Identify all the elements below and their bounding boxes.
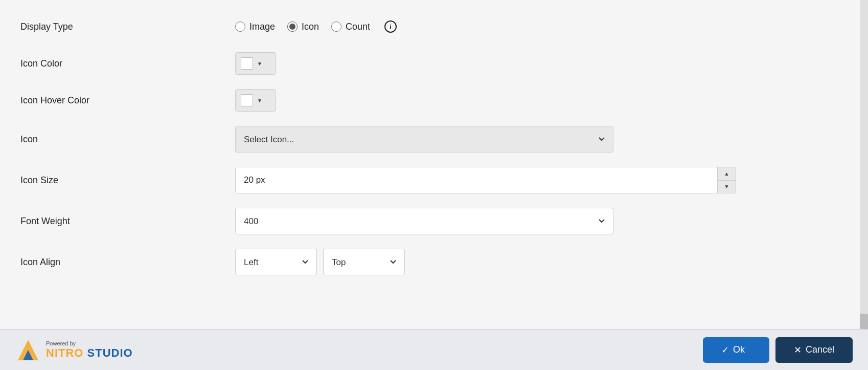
display-type-label: Display Type (20, 21, 235, 32)
icon-size-control: ▲ ▼ (235, 167, 848, 193)
ok-button[interactable]: ✓ Ok (703, 337, 769, 363)
radio-count[interactable]: Count (331, 21, 370, 32)
icon-row: Icon Select Icon... (20, 126, 848, 153)
display-type-control: Image Icon Count i (235, 20, 848, 33)
display-type-row: Display Type Image Icon Count i (20, 15, 848, 38)
logo-name: NITRO STUDIO (46, 346, 133, 360)
icon-color-arrow: ▼ (257, 61, 262, 67)
icon-size-label: Icon Size (20, 175, 235, 186)
radio-icon-label: Icon (302, 21, 319, 32)
ok-checkmark-icon: ✓ (721, 344, 729, 356)
footer: Powered by NITRO STUDIO ✓ Ok ✕ Cancel (0, 329, 868, 370)
icon-hover-color-row: Icon Hover Color ▼ (20, 89, 848, 112)
logo-text-area: Powered by NITRO STUDIO (46, 340, 133, 360)
powered-by-text: Powered by (46, 340, 133, 346)
icon-color-swatch (241, 57, 253, 70)
radio-icon[interactable]: Icon (287, 21, 319, 32)
radio-count-label: Count (346, 21, 370, 32)
icon-align-vertical-select[interactable]: Top Middle Bottom (323, 249, 405, 275)
radio-group: Image Icon Count i (235, 20, 397, 33)
footer-buttons: ✓ Ok ✕ Cancel (703, 337, 853, 363)
logo-nitro: NITRO (46, 346, 83, 359)
logo-icon (15, 337, 41, 363)
spinner-buttons: ▲ ▼ (717, 167, 736, 193)
icon-color-row: Icon Color ▼ (20, 52, 848, 75)
icon-size-row: Icon Size ▲ ▼ (20, 167, 848, 193)
spinner-up-button[interactable]: ▲ (718, 167, 736, 181)
icon-hover-color-swatch (241, 94, 253, 106)
info-icon[interactable]: i (384, 20, 397, 33)
ok-label: Ok (733, 344, 745, 355)
icon-color-picker[interactable]: ▼ (235, 52, 276, 75)
radio-icon-input[interactable] (287, 21, 298, 32)
icon-label: Icon (20, 134, 235, 145)
scrollbar-thumb[interactable] (860, 314, 868, 329)
radio-count-input[interactable] (331, 21, 341, 32)
icon-align-control: Left Center Right Top Middle Bottom (235, 249, 848, 275)
font-weight-label: Font Weight (20, 216, 235, 227)
icon-align-label: Icon Align (20, 257, 235, 268)
scrollbar-track (860, 0, 868, 329)
font-weight-row: Font Weight 100 200 300 400 500 600 700 … (20, 208, 848, 234)
icon-hover-color-arrow: ▼ (257, 98, 262, 103)
icon-align-row: Icon Align Left Center Right Top Middle … (20, 249, 848, 275)
icon-hover-color-picker[interactable]: ▼ (235, 89, 276, 112)
cancel-x-icon: ✕ (794, 344, 802, 356)
radio-image[interactable]: Image (235, 21, 275, 32)
logo-area: Powered by NITRO STUDIO (15, 337, 133, 363)
icon-hover-color-control: ▼ (235, 89, 848, 112)
logo-studio: STUDIO (83, 346, 132, 359)
cancel-label: Cancel (806, 344, 834, 355)
cancel-button[interactable]: ✕ Cancel (775, 337, 853, 363)
icon-hover-color-label: Icon Hover Color (20, 95, 235, 106)
icon-size-input[interactable] (236, 167, 717, 193)
font-weight-control: 100 200 300 400 500 600 700 800 900 (235, 208, 848, 234)
icon-control: Select Icon... (235, 126, 848, 153)
font-weight-select[interactable]: 100 200 300 400 500 600 700 800 900 (235, 208, 613, 234)
radio-image-input[interactable] (235, 21, 245, 32)
radio-image-label: Image (249, 21, 275, 32)
icon-color-control: ▼ (235, 52, 848, 75)
icon-align-horizontal-select[interactable]: Left Center Right (235, 249, 317, 275)
spinner-down-button[interactable]: ▼ (718, 181, 736, 193)
icon-select[interactable]: Select Icon... (235, 126, 613, 153)
icon-color-label: Icon Color (20, 58, 235, 69)
icon-size-spinner: ▲ ▼ (235, 167, 736, 193)
